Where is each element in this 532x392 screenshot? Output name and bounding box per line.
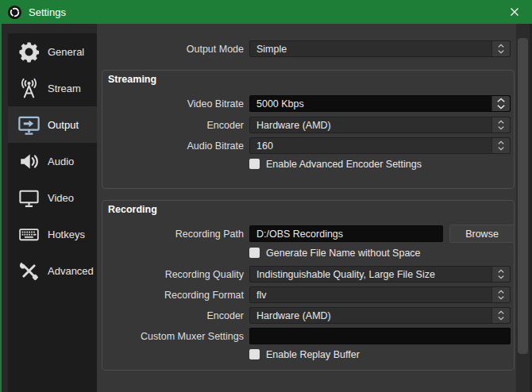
recording-format-label: Recording Format [97, 290, 244, 301]
scrollbar-thumb[interactable] [518, 38, 528, 354]
chevron-up-down-icon[interactable] [492, 308, 510, 323]
recording-encoder-label: Encoder [97, 310, 244, 321]
filename-space-checkbox[interactable] [249, 248, 260, 258]
sidebar-item-output[interactable]: Output [8, 106, 97, 143]
audio-bitrate-label: Audio Bitrate [97, 140, 244, 152]
sidebar-item-general[interactable]: General [8, 33, 97, 70]
sidebar-item-label: General [48, 46, 84, 58]
advanced-encoder-checkbox-label: Enable Advanced Encoder Settings [266, 159, 422, 170]
recording-format-value: flv [250, 287, 492, 302]
sidebar-item-label: Stream [48, 83, 81, 94]
sidebar-item-advanced[interactable]: Advanced [8, 252, 97, 289]
sidebar-item-hotkeys[interactable]: Hotkeys [8, 216, 97, 252]
stream-encoder-value: Hardware (AMD) [250, 117, 492, 133]
recording-group-title: Recording [108, 204, 157, 215]
sidebar-item-label: Audio [48, 156, 74, 167]
recording-path-label: Recording Path [97, 229, 244, 240]
custom-muxer-value [250, 329, 510, 344]
chevron-up-down-icon[interactable] [492, 117, 510, 133]
settings-window: Settings General [0, 0, 532, 392]
chevron-up-down-icon[interactable] [492, 41, 510, 56]
sidebar-item-label: Output [48, 119, 79, 131]
close-icon[interactable] [497, 0, 532, 24]
recording-path-value: D:/OBS Recordings [250, 226, 442, 241]
sidebar-item-audio[interactable]: Audio [8, 143, 97, 179]
output-mode-label: Output Mode [97, 44, 244, 55]
browse-button[interactable]: Browse [449, 225, 515, 243]
stream-encoder-select[interactable]: Hardware (AMD) [249, 117, 511, 133]
replay-buffer-checkbox[interactable] [249, 349, 260, 359]
custom-muxer-label: Custom Muxer Settings [97, 331, 244, 342]
recording-encoder-select[interactable]: Hardware (AMD) [249, 307, 511, 324]
custom-muxer-input[interactable] [249, 328, 511, 344]
monitor-arrow-icon [15, 112, 42, 137]
speaker-icon [15, 148, 42, 174]
filename-space-checkbox-label: Generate File Name without Space [266, 248, 421, 259]
recording-path-input[interactable]: D:/OBS Recordings [249, 225, 443, 242]
gear-icon [15, 39, 42, 64]
chevron-up-down-icon[interactable] [492, 138, 510, 153]
sidebar-item-video[interactable]: Video [8, 179, 97, 216]
streaming-group-title: Streaming [108, 74, 156, 85]
output-mode-select[interactable]: Simple [249, 40, 511, 57]
monitor-icon [15, 185, 42, 210]
video-bitrate-value: 5000 Kbps [250, 96, 492, 111]
chevron-up-down-icon[interactable] [492, 267, 510, 282]
replay-buffer-checkbox-label: Enable Replay Buffer [266, 349, 360, 360]
spin-up-down-icon[interactable] [492, 96, 510, 111]
audio-bitrate-select[interactable]: 160 [249, 137, 511, 154]
broadcast-icon [15, 75, 42, 101]
sidebar-item-label: Hotkeys [48, 229, 85, 240]
video-bitrate-label: Video Bitrate [97, 98, 244, 110]
chevron-up-down-icon[interactable] [492, 287, 510, 302]
output-mode-value: Simple [250, 41, 492, 56]
recording-format-select[interactable]: flv [249, 286, 511, 303]
tools-icon [15, 258, 42, 283]
window-title: Settings [29, 6, 66, 18]
stream-encoder-label: Encoder [97, 120, 244, 131]
obs-logo-icon [7, 5, 22, 20]
recording-quality-label: Recording Quality [97, 269, 244, 280]
titlebar: Settings [0, 0, 532, 24]
sidebar-item-stream[interactable]: Stream [8, 70, 97, 106]
sidebar-item-label: Advanced [48, 265, 94, 277]
recording-encoder-value: Hardware (AMD) [250, 308, 492, 323]
recording-quality-select[interactable]: Indistinguishable Quality, Large File Si… [249, 266, 511, 282]
audio-bitrate-value: 160 [250, 138, 492, 153]
sidebar-item-label: Video [48, 192, 74, 204]
recording-quality-value: Indistinguishable Quality, Large File Si… [250, 267, 492, 282]
settings-nav: General Stream [8, 33, 97, 392]
keyboard-icon [15, 221, 42, 247]
video-bitrate-input[interactable]: 5000 Kbps [249, 95, 511, 112]
advanced-encoder-checkbox[interactable] [249, 159, 260, 169]
